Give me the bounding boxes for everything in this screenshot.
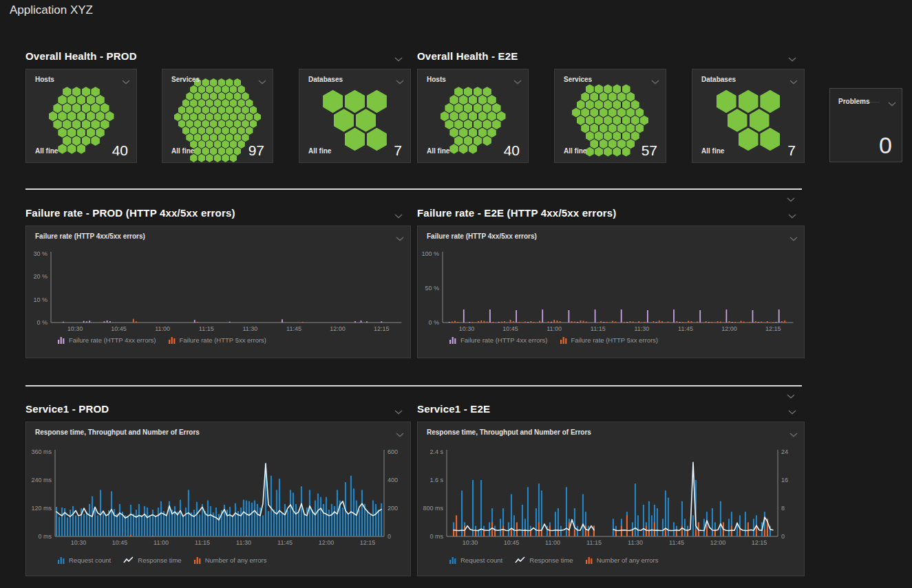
legend-label: Request count bbox=[69, 556, 111, 564]
healthy-hexagon bbox=[230, 127, 237, 135]
tile-databases-e2e[interactable]: Databases All fine 7 bbox=[692, 69, 805, 163]
svg-text:100 %: 100 % bbox=[421, 250, 439, 257]
chart-legend: Failure rate (HTTP 4xx errors) Failure r… bbox=[58, 336, 266, 344]
chart-title: Response time, Throughput and Number of … bbox=[427, 428, 591, 436]
section-title: Service1 - E2E bbox=[417, 403, 490, 415]
svg-text:11:30: 11:30 bbox=[236, 539, 251, 546]
healthy-hexagon bbox=[218, 133, 226, 142]
healthy-hexagon bbox=[77, 111, 86, 121]
chevron-down-icon[interactable] bbox=[788, 405, 796, 410]
tile-services-e2e[interactable]: Services All fine 57 bbox=[554, 69, 666, 163]
svg-text:11:45: 11:45 bbox=[678, 325, 693, 332]
tile-service-chart-prod[interactable]: 0 ms120 ms240 ms360 ms020040060010:3010:… bbox=[25, 422, 411, 576]
section-header-failure-prod: Failure rate - PROD (HTTP 4xx/5xx errors… bbox=[25, 207, 411, 219]
healthy-hexagon bbox=[198, 85, 206, 94]
chevron-down-icon[interactable] bbox=[788, 52, 796, 57]
chevron-down-icon[interactable] bbox=[394, 209, 403, 214]
healthy-hexagon bbox=[478, 128, 487, 138]
svg-text:11:00: 11:00 bbox=[153, 539, 169, 546]
chevron-down-icon[interactable] bbox=[888, 97, 896, 102]
chevron-down-icon[interactable] bbox=[787, 389, 795, 394]
healthy-hexagon bbox=[449, 144, 458, 153]
healthy-hexagon bbox=[87, 128, 96, 138]
healthy-hexagon bbox=[214, 154, 222, 162]
healthy-hexagon bbox=[198, 154, 206, 162]
chevron-down-icon[interactable] bbox=[394, 52, 403, 57]
svg-text:20 %: 20 % bbox=[33, 273, 47, 280]
healthy-hexagon bbox=[613, 131, 621, 141]
chevron-down-icon[interactable] bbox=[122, 75, 130, 80]
healthy-hexagon bbox=[595, 85, 603, 94]
healthy-hexagon bbox=[586, 131, 594, 141]
healthy-hexagon bbox=[717, 90, 736, 113]
healthy-hexagon bbox=[760, 128, 780, 151]
legend-item-errors: Number of any errors bbox=[194, 556, 267, 564]
healthy-hexagon bbox=[581, 92, 589, 102]
healthy-hexagon bbox=[242, 133, 249, 142]
healthy-hexagon bbox=[190, 113, 198, 121]
tile-hosts-e2e[interactable]: Hosts All fine 40 bbox=[417, 69, 529, 163]
svg-text:8: 8 bbox=[781, 505, 785, 512]
healthy-hexagon bbox=[581, 108, 589, 118]
chevron-down-icon[interactable] bbox=[396, 75, 404, 80]
legend-label: Failure rate (HTTP 4xx errors) bbox=[69, 336, 156, 344]
svg-text:10:30: 10:30 bbox=[71, 539, 87, 546]
chart-title: Failure rate (HTTP 4xx/5xx errors) bbox=[35, 232, 145, 240]
healthy-hexagon bbox=[198, 99, 206, 107]
tile-service-chart-e2e[interactable]: 0 ms800 ms1.6 s2.4 s08162410:3010:4511:0… bbox=[417, 422, 805, 576]
section-title: Failure rate - E2E (HTTP 4xx/5xx errors) bbox=[417, 207, 617, 219]
healthy-hexagon bbox=[739, 128, 759, 151]
chart-title: Response time, Throughput and Number of … bbox=[35, 428, 200, 436]
status-label: All fine bbox=[308, 147, 331, 155]
healthy-hexagon bbox=[604, 85, 612, 94]
healthy-hexagon bbox=[237, 127, 245, 135]
healthy-hexagon bbox=[77, 95, 86, 105]
tile-title: Problems bbox=[838, 98, 870, 105]
healthy-hexagon bbox=[635, 108, 644, 118]
healthy-hexagon bbox=[586, 85, 594, 94]
chevron-down-icon[interactable] bbox=[258, 75, 266, 80]
svg-text:0: 0 bbox=[781, 533, 785, 540]
svg-text:11:45: 11:45 bbox=[277, 539, 293, 546]
tile-failure-chart-e2e[interactable]: 0 %50 %100 %10:3010:4511:0011:1511:3011:… bbox=[417, 226, 805, 358]
healthy-hexagon bbox=[214, 127, 222, 135]
healthy-hexagon bbox=[626, 92, 635, 102]
healthy-hexagon bbox=[218, 92, 226, 100]
healthy-hexagon bbox=[234, 78, 242, 87]
healthy-hexagon bbox=[63, 103, 72, 113]
chevron-down-icon[interactable] bbox=[789, 232, 798, 237]
chevron-down-icon[interactable] bbox=[513, 75, 522, 80]
tile-problems[interactable]: Problems 0 bbox=[829, 88, 902, 162]
healthy-hexagon bbox=[222, 140, 229, 149]
healthy-hexagon bbox=[617, 108, 626, 118]
healthy-hexagon bbox=[345, 90, 365, 113]
healthy-hexagon bbox=[474, 87, 482, 96]
tile-databases-prod[interactable]: Databases All fine 7 bbox=[299, 69, 411, 163]
chevron-down-icon[interactable] bbox=[396, 232, 404, 237]
section-header-failure-e2e: Failure rate - E2E (HTTP 4xx/5xx errors) bbox=[417, 207, 805, 219]
tile-hosts-prod[interactable]: Hosts All fine 40 bbox=[25, 69, 137, 163]
healthy-hexagon bbox=[487, 95, 496, 105]
svg-text:600: 600 bbox=[388, 448, 398, 455]
tile-services-prod[interactable]: Services All fine 97 bbox=[162, 69, 273, 163]
line-chart-icon bbox=[515, 556, 526, 564]
chevron-down-icon[interactable] bbox=[394, 405, 403, 410]
chevron-down-icon[interactable] bbox=[789, 75, 798, 80]
chevron-down-icon[interactable] bbox=[396, 428, 404, 433]
svg-text:360 ms: 360 ms bbox=[31, 448, 52, 455]
healthy-hexagon bbox=[67, 111, 76, 121]
divider-line bbox=[25, 385, 802, 386]
chevron-down-icon[interactable] bbox=[788, 209, 796, 214]
healthy-hexagon bbox=[63, 136, 72, 146]
svg-text:11:30: 11:30 bbox=[242, 325, 257, 332]
chevron-down-icon[interactable] bbox=[789, 428, 798, 433]
healthy-hexagon bbox=[210, 120, 218, 128]
healthy-hexagon bbox=[595, 147, 603, 157]
chevron-down-icon[interactable] bbox=[651, 75, 659, 80]
healthy-hexagon bbox=[206, 140, 213, 149]
tile-failure-chart-prod[interactable]: 0 %10 %20 %30 %10:3010:4511:0011:1511:30… bbox=[25, 226, 411, 358]
entity-count: 97 bbox=[248, 142, 264, 159]
svg-text:16: 16 bbox=[781, 477, 788, 483]
healthy-hexagon bbox=[631, 131, 639, 141]
chevron-down-icon[interactable] bbox=[787, 193, 795, 197]
